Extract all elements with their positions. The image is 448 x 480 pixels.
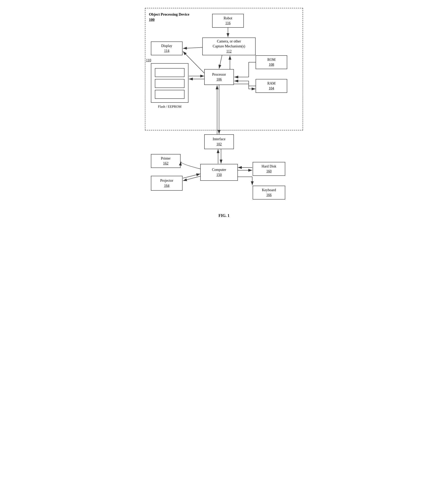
processor-box: Processor 106 [204, 69, 234, 85]
processor-label: Processor [212, 72, 226, 77]
ram-label: RAM [267, 81, 275, 86]
projector-label: Projector [160, 178, 173, 183]
opd-ref: 100 [149, 17, 189, 22]
ram-ref: 104 [269, 86, 274, 91]
projector-ref: 164 [164, 183, 170, 188]
flash-label: Flash / EEPROM [151, 105, 188, 109]
computer-ref: 150 [216, 172, 222, 177]
camera-ref: 112 [226, 49, 232, 54]
keyboard-ref: 166 [266, 193, 272, 198]
flash-ref: 110 [146, 58, 151, 63]
opd-label: Object Processing Device 100 [149, 12, 189, 22]
rom-ref: 108 [269, 62, 274, 67]
printer-box: Printer 162 [151, 154, 181, 168]
projector-box: Projector 164 [151, 176, 183, 191]
opd-title: Object Processing Device [149, 12, 189, 16]
rom-label: ROM [267, 57, 275, 62]
robot-label: Robot [224, 16, 232, 21]
diagram: Object Processing Device 100 Robot 116 C… [139, 8, 309, 209]
flash-inner-1 [155, 68, 185, 77]
harddisk-ref: 160 [266, 169, 272, 174]
computer-label: Computer [212, 167, 226, 172]
harddisk-label: Hard Disk [262, 164, 276, 169]
interface-ref: 102 [216, 142, 222, 147]
keyboard-label: Keyboard [262, 188, 276, 193]
camera-label: Camera, or other Capture Mechanism(s) [213, 39, 245, 49]
computer-box: Computer 150 [200, 164, 238, 181]
flash-inner-2 [155, 79, 185, 88]
display-box: Display 114 [151, 42, 183, 55]
svg-line-25 [183, 174, 200, 178]
rom-box: ROM 108 [256, 55, 287, 69]
interface-box: Interface 102 [204, 134, 234, 149]
ram-box: RAM 104 [256, 79, 287, 93]
harddisk-box: Hard Disk 160 [253, 162, 285, 176]
camera-box: Camera, or other Capture Mechanism(s) 11… [202, 37, 256, 55]
display-label: Display [161, 43, 172, 48]
robot-ref: 116 [225, 21, 230, 26]
keyboard-box: Keyboard 166 [253, 186, 285, 199]
printer-ref: 162 [163, 161, 169, 166]
processor-ref: 106 [216, 77, 222, 82]
robot-box: Robot 116 [212, 14, 244, 28]
printer-label: Printer [161, 156, 171, 161]
flash-inner-3 [155, 90, 185, 99]
interface-label: Interface [213, 137, 225, 142]
figure-label: FIG. 1 [219, 213, 229, 218]
display-ref: 114 [164, 48, 169, 53]
svg-line-24 [183, 176, 200, 181]
